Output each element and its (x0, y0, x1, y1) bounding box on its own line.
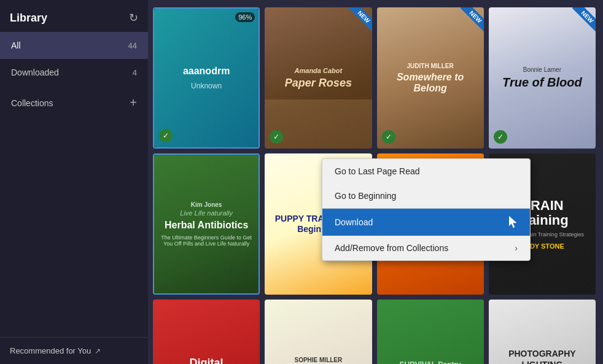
sidebar: Library ↻ All 44 Downloaded 4 Collection… (0, 0, 148, 364)
sidebar-title: Library (10, 12, 47, 25)
context-menu-last-page-label: Go to Last Page Read (335, 166, 420, 176)
book-card-1[interactable]: aaanodrm Unknown 96% ✓ (153, 7, 260, 149)
new-badge-3: NEW (453, 7, 484, 38)
book-cover-12: PHOTOGRAPHY LIGHTING Know-How Tips on Se… (489, 300, 596, 364)
sidebar-item-downloaded-count: 4 (133, 68, 137, 77)
context-menu-item-beginning[interactable]: Go to Beginning (322, 184, 530, 208)
recommended-label: Recommended for You (10, 346, 91, 355)
book-cover-11: SURVIVAL Pantry Essential Guide (377, 300, 484, 364)
sidebar-nav: All 44 Downloaded 4 Collections + (0, 32, 148, 337)
book-card-10[interactable]: SOPHIE MILLER Designed to Make Your Life… (265, 300, 372, 364)
book-card-2[interactable]: Amanda Cabot Paper Roses NEW ✓ (265, 7, 372, 149)
context-menu-item-collections[interactable]: Add/Remove from Collections › (322, 236, 530, 260)
book-cover-10: SOPHIE MILLER Designed to Make Your Life… (265, 300, 372, 364)
sidebar-item-all-count: 44 (128, 41, 137, 50)
book-card-9[interactable]: Digital Photography (153, 300, 260, 364)
book-cover-9: Digital Photography (153, 300, 260, 364)
context-menu-item-download[interactable]: Download (322, 209, 530, 236)
sidebar-collections-label: Collections (11, 98, 53, 108)
book-card-11[interactable]: SURVIVAL Pantry Essential Guide (377, 300, 484, 364)
sidebar-item-all[interactable]: All 44 (0, 32, 148, 59)
book-title-1: aaanodrm (183, 66, 230, 77)
new-badge-2: NEW (341, 7, 372, 38)
cursor-icon (509, 216, 518, 228)
context-menu-download-label: Download (335, 217, 373, 227)
check-badge-4: ✓ (494, 130, 507, 144)
main-content: aaanodrm Unknown 96% ✓ Amanda Cabot Pape… (148, 0, 603, 364)
context-menu-collections-label: Add/Remove from Collections (335, 243, 448, 253)
book-cover-1: aaanodrm Unknown (154, 9, 259, 147)
external-link-icon: ↗ (95, 347, 101, 355)
sidebar-header: Library ↻ (0, 0, 148, 32)
book-card-12[interactable]: PHOTOGRAPHY LIGHTING Know-How Tips on Se… (489, 300, 596, 364)
new-badge-4: NEW (565, 7, 596, 38)
book-card-5[interactable]: Kim Jones Live Life naturally Herbal Ant… (153, 153, 260, 295)
sidebar-item-collections[interactable]: Collections + (0, 86, 148, 120)
context-menu: Go to Last Page Read Go to Beginning Dow… (322, 158, 531, 261)
sidebar-item-all-label: All (11, 41, 21, 50)
check-badge-3: ✓ (382, 130, 395, 144)
sidebar-item-downloaded[interactable]: Downloaded 4 (0, 59, 148, 86)
check-badge-1: ✓ (159, 129, 173, 142)
sidebar-item-downloaded-label: Downloaded (11, 68, 59, 77)
svg-marker-0 (509, 216, 516, 228)
context-menu-item-last-page[interactable]: Go to Last Page Read (322, 159, 530, 184)
sidebar-bottom-recommended[interactable]: Recommended for You ↗ (0, 337, 148, 364)
book-card-4[interactable]: Bonnie Lamer True of Blood NEW ✓ (489, 7, 596, 149)
book-cover-5: Kim Jones Live Life naturally Herbal Ant… (154, 155, 259, 293)
book-subtitle-1: Unknown (191, 82, 222, 90)
progress-badge-1: 96% (235, 12, 255, 22)
chevron-right-icon: › (515, 243, 518, 253)
context-menu-beginning-label: Go to Beginning (335, 191, 396, 201)
add-collection-icon[interactable]: + (130, 96, 137, 110)
refresh-icon[interactable]: ↻ (129, 11, 138, 25)
book-card-3[interactable]: JUDITH MILLER Somewhere to Belong NEW ✓ (377, 7, 484, 149)
